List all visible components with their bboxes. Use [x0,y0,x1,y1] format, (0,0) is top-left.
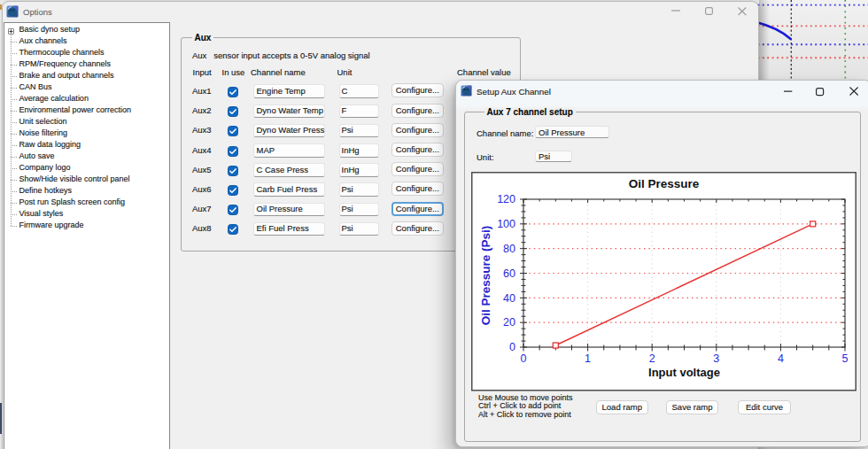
svg-text:100: 100 [497,218,515,230]
svg-text:0: 0 [509,341,515,353]
svg-text:Input voltage: Input voltage [648,366,720,379]
svg-text:1: 1 [585,352,591,365]
svg-text:3: 3 [713,352,719,365]
svg-text:40: 40 [503,292,515,305]
svg-text:80: 80 [503,243,515,255]
svg-text:0: 0 [521,352,527,365]
svg-text:Oil Pressure: Oil Pressure [629,177,700,190]
svg-text:60: 60 [503,267,515,280]
svg-text:2: 2 [649,352,655,365]
svg-text:4: 4 [778,352,784,365]
svg-text:20: 20 [503,316,515,329]
svg-text:Oil Pressure (Psi): Oil Pressure (Psi) [479,226,492,326]
svg-text:120: 120 [497,193,515,205]
svg-text:5: 5 [842,352,849,365]
